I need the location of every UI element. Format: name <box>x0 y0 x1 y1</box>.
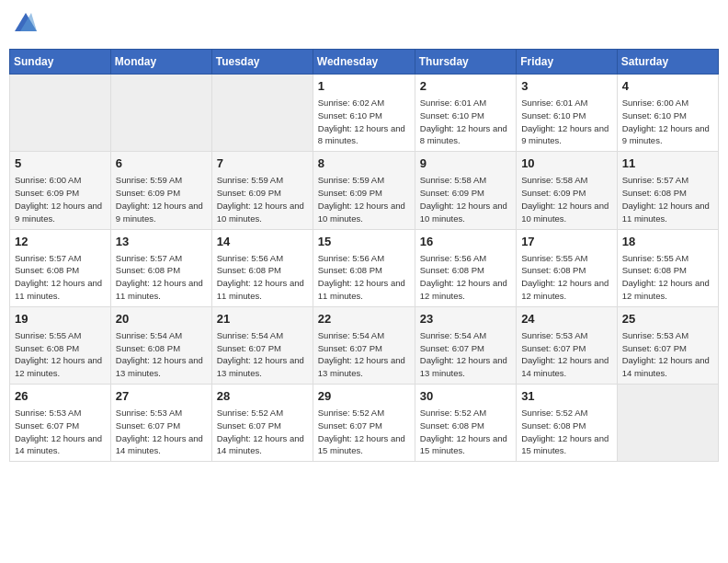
day-number: 22 <box>318 311 410 327</box>
day-info: Sunrise: 5:54 AM Sunset: 6:08 PM Dayligh… <box>116 329 207 380</box>
day-info: Sunrise: 6:00 AM Sunset: 6:09 PM Dayligh… <box>15 174 106 224</box>
day-info: Sunrise: 5:59 AM Sunset: 6:09 PM Dayligh… <box>116 174 207 224</box>
calendar-cell: 8Sunrise: 5:59 AM Sunset: 6:09 PM Daylig… <box>313 152 415 229</box>
day-info: Sunrise: 5:53 AM Sunset: 6:07 PM Dayligh… <box>622 329 713 380</box>
day-number: 26 <box>15 388 106 405</box>
day-info: Sunrise: 5:55 AM Sunset: 6:08 PM Dayligh… <box>15 329 106 380</box>
day-number: 5 <box>15 155 106 172</box>
day-info: Sunrise: 5:55 AM Sunset: 6:08 PM Dayligh… <box>622 252 713 303</box>
day-number: 9 <box>420 155 511 172</box>
day-info: Sunrise: 5:57 AM Sunset: 6:08 PM Dayligh… <box>15 252 106 303</box>
day-number: 17 <box>521 234 612 250</box>
day-number: 15 <box>318 234 410 250</box>
day-info: Sunrise: 5:54 AM Sunset: 6:07 PM Dayligh… <box>318 329 410 380</box>
day-info: Sunrise: 5:59 AM Sunset: 6:09 PM Dayligh… <box>318 174 410 224</box>
day-info: Sunrise: 5:56 AM Sunset: 6:08 PM Dayligh… <box>318 252 410 303</box>
day-number: 21 <box>217 311 308 327</box>
calendar-cell: 28Sunrise: 5:52 AM Sunset: 6:07 PM Dayli… <box>211 385 313 462</box>
calendar-day-header: Wednesday <box>313 50 415 75</box>
day-info: Sunrise: 5:59 AM Sunset: 6:09 PM Dayligh… <box>217 174 308 224</box>
day-number: 12 <box>15 234 106 250</box>
day-number: 27 <box>116 388 207 405</box>
calendar-cell: 16Sunrise: 5:56 AM Sunset: 6:08 PM Dayli… <box>415 229 516 306</box>
calendar-cell: 20Sunrise: 5:54 AM Sunset: 6:08 PM Dayli… <box>110 306 211 384</box>
calendar-cell: 6Sunrise: 5:59 AM Sunset: 6:09 PM Daylig… <box>110 152 211 229</box>
calendar-cell: 24Sunrise: 5:53 AM Sunset: 6:07 PM Dayli… <box>517 306 618 384</box>
calendar-header-row: SundayMondayTuesdayWednesdayThursdayFrid… <box>10 50 719 75</box>
calendar-cell: 26Sunrise: 5:53 AM Sunset: 6:07 PM Dayli… <box>10 385 111 462</box>
calendar-cell: 14Sunrise: 5:56 AM Sunset: 6:08 PM Dayli… <box>211 229 313 306</box>
day-info: Sunrise: 5:52 AM Sunset: 6:07 PM Dayligh… <box>318 407 410 457</box>
calendar-cell: 2Sunrise: 6:01 AM Sunset: 6:10 PM Daylig… <box>415 75 516 152</box>
calendar-cell: 19Sunrise: 5:55 AM Sunset: 6:08 PM Dayli… <box>10 306 111 384</box>
day-info: Sunrise: 5:56 AM Sunset: 6:08 PM Dayligh… <box>420 252 511 303</box>
calendar-cell: 23Sunrise: 5:54 AM Sunset: 6:07 PM Dayli… <box>415 306 516 384</box>
calendar-day-header: Saturday <box>617 50 718 75</box>
day-number: 30 <box>420 388 511 405</box>
calendar-day-header: Monday <box>110 50 211 75</box>
day-number: 4 <box>622 78 713 95</box>
day-info: Sunrise: 6:00 AM Sunset: 6:10 PM Dayligh… <box>622 97 713 147</box>
calendar-cell: 21Sunrise: 5:54 AM Sunset: 6:07 PM Dayli… <box>211 306 313 384</box>
day-info: Sunrise: 5:52 AM Sunset: 6:07 PM Dayligh… <box>217 407 308 457</box>
calendar-cell: 30Sunrise: 5:52 AM Sunset: 6:08 PM Dayli… <box>415 385 516 462</box>
calendar-cell <box>617 385 718 462</box>
day-number: 3 <box>521 78 612 95</box>
day-info: Sunrise: 5:52 AM Sunset: 6:08 PM Dayligh… <box>521 407 612 457</box>
calendar-day-header: Sunday <box>10 50 111 75</box>
day-number: 20 <box>116 311 207 327</box>
day-info: Sunrise: 5:58 AM Sunset: 6:09 PM Dayligh… <box>521 174 612 224</box>
day-info: Sunrise: 5:57 AM Sunset: 6:08 PM Dayligh… <box>622 174 713 224</box>
day-number: 8 <box>318 155 410 172</box>
day-info: Sunrise: 5:54 AM Sunset: 6:07 PM Dayligh… <box>420 329 511 380</box>
calendar-table: SundayMondayTuesdayWednesdayThursdayFrid… <box>9 49 719 462</box>
calendar-cell: 1Sunrise: 6:02 AM Sunset: 6:10 PM Daylig… <box>313 75 415 152</box>
calendar-day-header: Friday <box>517 50 618 75</box>
calendar-cell <box>10 75 111 152</box>
day-info: Sunrise: 5:53 AM Sunset: 6:07 PM Dayligh… <box>521 329 612 380</box>
day-number: 14 <box>217 234 308 250</box>
day-number: 10 <box>521 155 612 172</box>
calendar-week-row: 1Sunrise: 6:02 AM Sunset: 6:10 PM Daylig… <box>10 75 719 152</box>
day-info: Sunrise: 5:53 AM Sunset: 6:07 PM Dayligh… <box>116 407 207 457</box>
calendar-cell: 4Sunrise: 6:00 AM Sunset: 6:10 PM Daylig… <box>617 75 718 152</box>
calendar-cell: 13Sunrise: 5:57 AM Sunset: 6:08 PM Dayli… <box>110 229 211 306</box>
day-number: 28 <box>217 388 308 405</box>
day-info: Sunrise: 5:56 AM Sunset: 6:08 PM Dayligh… <box>217 252 308 303</box>
day-info: Sunrise: 6:01 AM Sunset: 6:10 PM Dayligh… <box>521 97 612 147</box>
calendar-cell: 27Sunrise: 5:53 AM Sunset: 6:07 PM Dayli… <box>110 385 211 462</box>
day-number: 19 <box>15 311 106 327</box>
calendar-cell: 3Sunrise: 6:01 AM Sunset: 6:10 PM Daylig… <box>517 75 618 152</box>
day-number: 7 <box>217 155 308 172</box>
logo-icon <box>15 13 37 31</box>
calendar-cell: 15Sunrise: 5:56 AM Sunset: 6:08 PM Dayli… <box>313 229 415 306</box>
day-number: 24 <box>521 311 612 327</box>
calendar-cell: 29Sunrise: 5:52 AM Sunset: 6:07 PM Dayli… <box>313 385 415 462</box>
day-number: 2 <box>420 78 511 95</box>
day-number: 23 <box>420 311 511 327</box>
calendar-cell: 10Sunrise: 5:58 AM Sunset: 6:09 PM Dayli… <box>517 152 618 229</box>
calendar-cell: 5Sunrise: 6:00 AM Sunset: 6:09 PM Daylig… <box>10 152 111 229</box>
day-number: 29 <box>318 388 410 405</box>
day-info: Sunrise: 5:58 AM Sunset: 6:09 PM Dayligh… <box>420 174 511 224</box>
calendar-cell <box>110 75 211 152</box>
calendar-cell: 7Sunrise: 5:59 AM Sunset: 6:09 PM Daylig… <box>211 152 313 229</box>
day-number: 1 <box>318 78 410 95</box>
calendar-cell: 18Sunrise: 5:55 AM Sunset: 6:08 PM Dayli… <box>617 229 718 306</box>
calendar-cell: 9Sunrise: 5:58 AM Sunset: 6:09 PM Daylig… <box>415 152 516 229</box>
calendar-cell: 31Sunrise: 5:52 AM Sunset: 6:08 PM Dayli… <box>517 385 618 462</box>
calendar-week-row: 26Sunrise: 5:53 AM Sunset: 6:07 PM Dayli… <box>10 385 719 462</box>
day-info: Sunrise: 6:01 AM Sunset: 6:10 PM Dayligh… <box>420 97 511 147</box>
calendar-cell <box>211 75 313 152</box>
day-info: Sunrise: 6:02 AM Sunset: 6:10 PM Dayligh… <box>318 97 410 147</box>
calendar-cell: 25Sunrise: 5:53 AM Sunset: 6:07 PM Dayli… <box>617 306 718 384</box>
calendar-day-header: Thursday <box>415 50 516 75</box>
day-number: 18 <box>622 234 713 250</box>
day-info: Sunrise: 5:54 AM Sunset: 6:07 PM Dayligh… <box>217 329 308 380</box>
day-info: Sunrise: 5:53 AM Sunset: 6:07 PM Dayligh… <box>15 407 106 457</box>
day-number: 25 <box>622 311 713 327</box>
calendar-cell: 22Sunrise: 5:54 AM Sunset: 6:07 PM Dayli… <box>313 306 415 384</box>
calendar-cell: 17Sunrise: 5:55 AM Sunset: 6:08 PM Dayli… <box>517 229 618 306</box>
day-number: 13 <box>116 234 207 250</box>
day-number: 16 <box>420 234 511 250</box>
